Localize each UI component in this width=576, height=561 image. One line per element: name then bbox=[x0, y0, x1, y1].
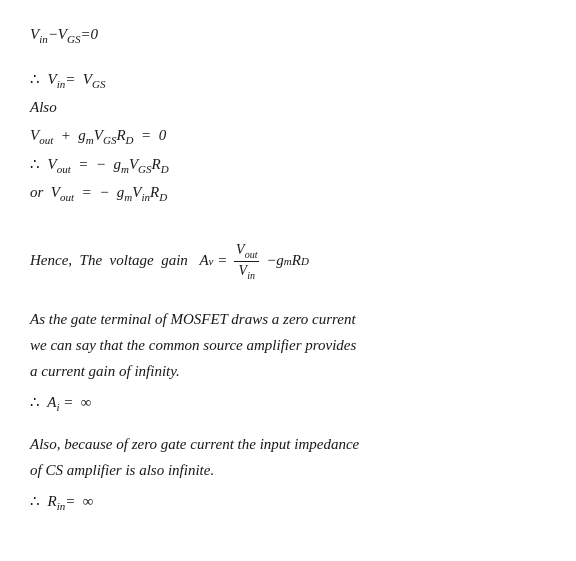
equation-rin: ∴ Rin= ∞ bbox=[30, 489, 546, 516]
also-label: Also bbox=[30, 95, 546, 121]
fraction-vout-vin: Vout Vin bbox=[234, 241, 259, 282]
paragraph-input-impedance: Also, because of zero gate current the i… bbox=[30, 431, 546, 484]
equation-4: ∴ Vout = − gmVGSRD bbox=[30, 152, 546, 179]
equation-3: Vout + gmVGSRD = 0 bbox=[30, 123, 546, 150]
equation-ai: ∴ Ai = ∞ bbox=[30, 390, 546, 417]
equation-5: or Vout = − gmVinRD bbox=[30, 180, 546, 207]
voltage-gain-equation: Hence, The voltage gain Av = Vout Vin −g… bbox=[30, 241, 546, 282]
equation-1: Vin−VGS=0 bbox=[30, 22, 546, 49]
paragraph-current-gain: As the gate terminal of MOSFET draws a z… bbox=[30, 306, 546, 385]
equation-2: ∴ Vin= VGS bbox=[30, 67, 546, 94]
main-content: Vin−VGS=0 ∴ Vin= VGS Also Vout + gmVGSRD… bbox=[30, 22, 546, 516]
